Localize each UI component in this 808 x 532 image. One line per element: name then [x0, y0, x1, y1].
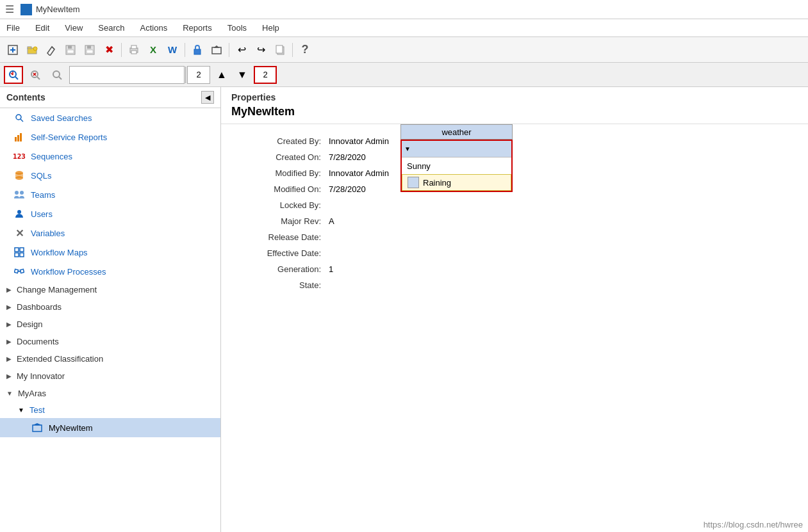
weather-dropdown-arrow[interactable]: ▼	[404, 145, 411, 152]
save-unlock-button[interactable]	[81, 41, 99, 59]
sidebar-group-extended-classification[interactable]: ▶ Extended Classification	[0, 350, 220, 367]
sidebar-group-dashboards[interactable]: ▶ Dashboards	[0, 298, 220, 316]
modified-by-label: Modified By:	[231, 166, 321, 180]
sidebar-item-workflow-maps[interactable]: Workflow Maps	[0, 243, 220, 262]
sep4	[292, 43, 293, 57]
my-aras-arrow: ▼	[6, 390, 13, 397]
sidebar-item-users[interactable]: Users	[0, 204, 220, 223]
search-clear-button[interactable]	[26, 66, 45, 84]
menu-reports[interactable]: Reports	[180, 22, 215, 34]
menu-tools[interactable]: Tools	[225, 22, 249, 34]
modified-on-value: 7/28/2020	[326, 182, 798, 196]
weather-option-color-swatch	[408, 177, 419, 188]
undo-button[interactable]: ↩	[233, 41, 251, 59]
new-button[interactable]	[4, 41, 22, 59]
dashboards-label: Dashboards	[17, 302, 62, 312]
extended-classification-arrow: ▶	[6, 355, 12, 362]
svg-marker-50	[33, 423, 42, 425]
app-title: MyNewItem	[36, 4, 80, 14]
weather-select-row[interactable]: ▼	[402, 141, 511, 157]
search-count-total: 2	[254, 66, 277, 84]
redo-button[interactable]: ↪	[252, 41, 270, 59]
delete-button[interactable]: ✖	[100, 41, 118, 59]
modified-by-value: Innovator Admin	[326, 166, 798, 180]
svg-line-32	[21, 119, 23, 122]
edit-button[interactable]	[42, 41, 60, 59]
sidebar-item-saved-searches[interactable]: Saved Searches	[0, 108, 220, 127]
sidebar-item-sqls[interactable]: SQLs	[0, 166, 220, 185]
search-nav-down[interactable]: ▼	[233, 66, 251, 84]
sidebar-group-design[interactable]: ▶ Design	[0, 316, 220, 333]
print-button[interactable]	[125, 41, 143, 59]
sidebar-item-teams[interactable]: Teams	[0, 185, 220, 204]
saved-searches-icon	[13, 111, 26, 124]
svg-rect-47	[20, 269, 24, 273]
sidebar-item-self-service-reports[interactable]: Self-Service Reports	[0, 127, 220, 147]
svg-point-31	[16, 115, 21, 120]
sidebar-group-my-innovator[interactable]: ▶ My Innovator	[0, 367, 220, 385]
sidebar-item-my-new-item[interactable]: MyNewItem	[0, 418, 220, 437]
svg-rect-17	[212, 47, 221, 54]
menu-view[interactable]: View	[62, 22, 85, 34]
search-options-button[interactable]	[47, 66, 67, 84]
menu-edit[interactable]: Edit	[33, 22, 52, 34]
users-label: Users	[31, 209, 53, 219]
search-execute-button[interactable]	[4, 66, 23, 84]
properties-header: Properties MyNewItem	[221, 87, 808, 124]
word-button[interactable]: W	[163, 41, 181, 59]
users-icon	[13, 207, 26, 220]
svg-rect-20	[276, 45, 283, 53]
excel-button[interactable]: X	[144, 41, 162, 59]
my-innovator-label: My Innovator	[17, 371, 65, 381]
menu-search[interactable]: Search	[95, 22, 127, 34]
svg-point-29	[53, 71, 60, 77]
search-type-input[interactable]: Simple Search	[70, 69, 185, 81]
sidebar-group-change-management[interactable]: ▶ Change Management	[0, 281, 220, 298]
svg-rect-42	[15, 248, 19, 252]
sidebar-item-sequences[interactable]: 123 Sequences	[0, 147, 220, 166]
title-bar: ☰ MyNewItem	[0, 0, 808, 19]
save-button[interactable]	[62, 41, 79, 59]
sidebar-subitem-test[interactable]: ▼ Test	[0, 402, 220, 418]
menu-help[interactable]: Help	[260, 22, 282, 34]
sequences-icon: 123	[13, 150, 26, 163]
lock-button[interactable]	[188, 41, 206, 59]
promote-button[interactable]	[208, 41, 226, 59]
svg-rect-4	[28, 47, 31, 49]
created-on-value: 7/28/2020	[326, 150, 798, 164]
search-nav-up[interactable]: ▲	[213, 66, 231, 84]
help-button[interactable]: ?	[296, 41, 314, 59]
svg-point-5	[33, 47, 37, 51]
weather-option-raining[interactable]: Raining	[402, 174, 511, 191]
sidebar-item-workflow-processes[interactable]: Workflow Processes	[0, 262, 220, 281]
created-by-label: Created By:	[231, 134, 321, 148]
change-management-arrow: ▶	[6, 286, 12, 293]
test-label: Test	[29, 405, 45, 415]
copy-button[interactable]	[271, 41, 289, 59]
dashboards-arrow: ▶	[6, 303, 12, 310]
weather-option-sunny[interactable]: Sunny	[402, 157, 511, 174]
content-area: Properties MyNewItem Created By: Innovat…	[221, 87, 808, 532]
hamburger-icon[interactable]: ☰	[5, 3, 14, 15]
sidebar-group-documents[interactable]: ▶ Documents	[0, 333, 220, 350]
sidebar-group-my-aras[interactable]: ▼ MyAras	[0, 385, 220, 402]
sidebar-collapse-button[interactable]: ◀	[201, 91, 214, 104]
menu-actions[interactable]: Actions	[138, 22, 170, 34]
svg-rect-11	[87, 45, 91, 49]
sidebar-title: Contents	[6, 92, 45, 102]
open-button[interactable]	[23, 41, 41, 59]
svg-rect-45	[20, 253, 24, 257]
my-innovator-arrow: ▶	[6, 373, 12, 380]
menu-file[interactable]: File	[4, 22, 22, 34]
search-type-dropdown[interactable]: Simple Search ▼	[69, 66, 185, 84]
url-bar: https://blog.csdn.net/hwree	[704, 520, 803, 529]
sidebar: Contents ◀ Saved Searches Self-Service R…	[0, 87, 221, 532]
teams-icon	[13, 188, 26, 201]
app-icon	[21, 4, 32, 15]
self-service-reports-label: Self-Service Reports	[31, 133, 107, 142]
weather-dropdown[interactable]: ▼ Sunny Raining	[400, 140, 513, 192]
svg-rect-14	[131, 45, 136, 49]
svg-rect-8	[68, 45, 72, 49]
sidebar-item-variables[interactable]: ✕ Variables	[0, 223, 220, 243]
modified-on-label: Modified On:	[231, 182, 321, 196]
